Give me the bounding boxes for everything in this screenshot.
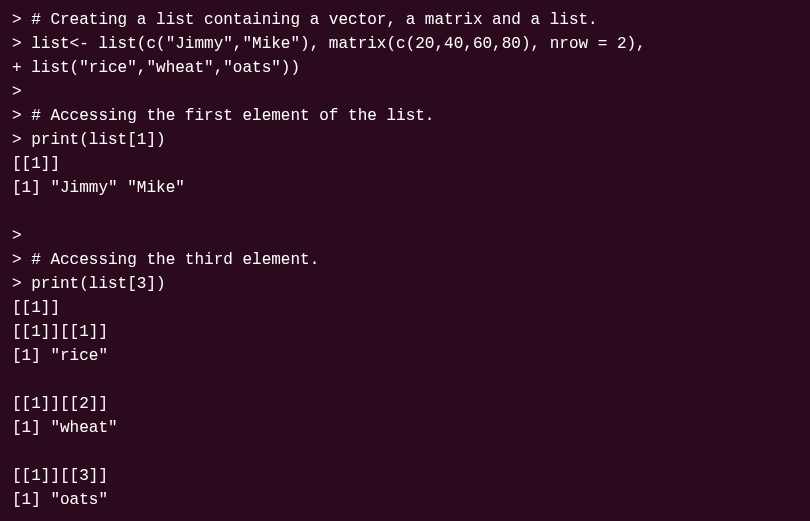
blank-line — [12, 368, 798, 392]
code-line: > # Creating a list containing a vector,… — [12, 8, 798, 32]
code-line: > # Accessing the third element. — [12, 248, 798, 272]
code-line: > print(list[1]) — [12, 128, 798, 152]
blank-line — [12, 200, 798, 224]
output-line: [[1]][[3]] — [12, 464, 798, 488]
output-line: [[1]] — [12, 296, 798, 320]
output-line: [1] "rice" — [12, 344, 798, 368]
output-line: [1] "oats" — [12, 488, 798, 512]
output-line: [1] "wheat" — [12, 416, 798, 440]
code-line: > list<- list(c("Jimmy","Mike"), matrix(… — [12, 32, 798, 56]
blank-line — [12, 440, 798, 464]
output-line: [[1]][[2]] — [12, 392, 798, 416]
output-line: [1] "Jimmy" "Mike" — [12, 176, 798, 200]
output-line: [[1]] — [12, 152, 798, 176]
code-line: > — [12, 80, 798, 104]
code-line: > # Accessing the first element of the l… — [12, 104, 798, 128]
output-line: [[1]][[1]] — [12, 320, 798, 344]
terminal-output: > # Creating a list containing a vector,… — [12, 8, 798, 512]
code-line: > print(list[3]) — [12, 272, 798, 296]
code-line: + list("rice","wheat","oats")) — [12, 56, 798, 80]
code-line: > — [12, 224, 798, 248]
